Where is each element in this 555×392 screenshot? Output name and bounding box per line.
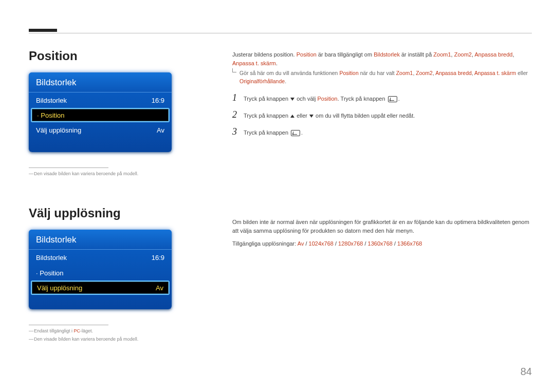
step-1: 1 Tryck på knappen och välj Position. Tr… <box>232 91 530 105</box>
section-title-upplosning: Välj upplösning <box>29 206 188 220</box>
menu-row-value: 16:9 <box>152 254 164 262</box>
enter-icon <box>388 96 397 102</box>
menu-row-value: 16:9 <box>152 97 164 104</box>
note-rule <box>29 167 108 168</box>
right-column-1: Justerar bildens position. Position är b… <box>232 50 530 142</box>
triangle-down-icon <box>290 98 294 101</box>
menu-row-label: Bildstorlek <box>36 97 67 104</box>
menu-row-upplosning[interactable]: Välj upplösning Av <box>29 122 172 138</box>
header-marker <box>29 29 57 32</box>
available-resolutions: Tillgängliga upplösningar: Av / 1024x768… <box>232 239 530 248</box>
header-rule <box>29 33 532 33</box>
sub-para: Gör så här om du vill använda funktionen… <box>232 69 530 86</box>
step-number: 2 <box>232 108 244 122</box>
menu-row-position-2[interactable]: Position <box>29 265 172 281</box>
note-line: ―Den visade bilden kan variera beroende … <box>29 171 188 176</box>
menu-row-bildstorlek-2[interactable]: Bildstorlek 16:9 <box>29 250 172 265</box>
menu-box-1: Bildstorlek Bildstorlek 16:9 Position Vä… <box>29 72 172 152</box>
enter-icon <box>291 130 300 136</box>
note-line: ―Den visade bilden kan variera beroende … <box>29 337 188 342</box>
note-block-1: ―Den visade bilden kan variera beroende … <box>29 167 188 176</box>
menu-row-value: Av <box>157 126 164 134</box>
step-text: Tryck på knappen eller om du vill flytta… <box>244 111 530 120</box>
upplosning-para: Om bilden inte är normal även när upplös… <box>232 218 530 235</box>
step-text: Tryck på knappen . <box>244 128 530 137</box>
menu-row-label: Välj upplösning <box>36 126 81 134</box>
step-number: 1 <box>232 91 244 105</box>
menu-row-label: Position <box>37 111 64 119</box>
menu-row-position[interactable]: Position <box>31 108 170 122</box>
menu-title-1: Bildstorlek <box>29 72 172 92</box>
note-rule <box>29 325 108 325</box>
menu-box-2: Bildstorlek Bildstorlek 16:9 Position Vä… <box>29 230 172 309</box>
menu-row-label: Position <box>36 269 63 277</box>
section-position: Position Bildstorlek Bildstorlek 16:9 Po… <box>29 49 188 176</box>
menu-row-label: Bildstorlek <box>36 254 67 262</box>
step-2: 2 Tryck på knappen eller om du vill flyt… <box>232 108 530 122</box>
section-title-position: Position <box>29 49 188 63</box>
right-column-2: Om bilden inte är normal även när upplös… <box>232 218 530 250</box>
tick-icon <box>232 68 236 72</box>
menu-row-value: Av <box>156 284 163 292</box>
step-text: Tryck på knappen och välj Position. Tryc… <box>244 95 530 103</box>
triangle-up-icon <box>290 115 294 118</box>
note-block-2: ―Endast tillgängligt i PC-läget. ―Den vi… <box>29 325 188 342</box>
intro-para: Justerar bildens position. Position är b… <box>232 50 530 67</box>
menu-title-2: Bildstorlek <box>29 230 172 250</box>
menu-row-label: Välj upplösning <box>37 284 82 292</box>
left-column: Position Bildstorlek Bildstorlek 16:9 Po… <box>29 49 188 345</box>
triangle-down-icon <box>309 115 313 118</box>
note-line: ―Endast tillgängligt i PC-läget. <box>29 328 188 333</box>
step-3: 3 Tryck på knappen . <box>232 125 530 139</box>
step-number: 3 <box>232 125 244 139</box>
section-upplosning: Välj upplösning Bildstorlek Bildstorlek … <box>29 206 188 342</box>
page-number: 84 <box>521 366 532 378</box>
menu-row-upplosning-2[interactable]: Välj upplösning Av <box>31 281 170 295</box>
menu-row-bildstorlek[interactable]: Bildstorlek 16:9 <box>29 92 172 108</box>
